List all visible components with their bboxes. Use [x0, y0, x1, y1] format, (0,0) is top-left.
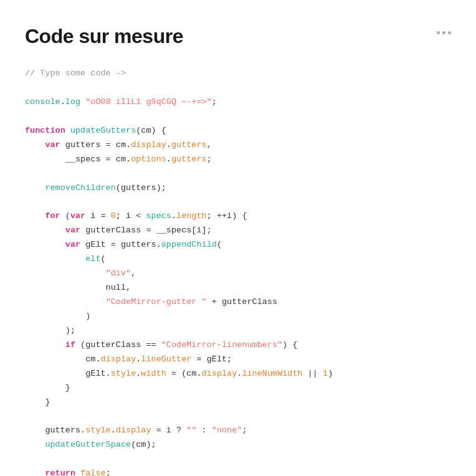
return-false-line: return false; [25, 467, 451, 476]
console-log-line: console.log "oO08 iIlL1 g9qCGQ ~-+=>"; [25, 95, 451, 110]
for-loop-line: for (var i = 0; i < specs.length; ++i) { [25, 209, 451, 224]
codemirror-string-line: "CodeMirror-gutter " + gutterClass [25, 295, 451, 310]
var-gelt-line: var gElt = gutters.appendChild( [25, 238, 451, 252]
div-string-line: "div", [25, 267, 451, 281]
null-line: null, [25, 281, 451, 295]
linegutter-line: cm.display.lineGutter = gElt; [25, 353, 451, 367]
blank-line-1 [25, 110, 451, 124]
dot-2 [442, 31, 445, 34]
blank-line-5 [25, 452, 451, 467]
func-def-line: function updateGutters(cm) { [25, 124, 451, 138]
dot-3 [448, 31, 451, 34]
var-gutterclass-line: var gutterClass = __specs[i]; [25, 224, 451, 238]
blank-line-0 [25, 81, 451, 95]
dot-1 [437, 31, 440, 34]
style-width-line: gElt.style.width = (cm.display.lineNumWi… [25, 367, 451, 381]
gutters-display-line: gutters.style.display = i ? "" : "none"; [25, 424, 451, 438]
header: Code sur mesure [25, 25, 451, 48]
close-semi-line: ); [25, 324, 451, 338]
if-stmt-line: if (gutterClass == "CodeMirror-linenumbe… [25, 338, 451, 353]
page-title: Code sur mesure [25, 25, 183, 48]
blank-line-4 [25, 410, 451, 424]
close-if-line: } [25, 381, 451, 396]
update-space-line: updateGutterSpace(cm); [25, 438, 451, 452]
elt-call-line: elt( [25, 252, 451, 267]
close-paren-line: ) [25, 310, 451, 324]
remove-children-line: removeChildren(gutters); [25, 181, 451, 196]
code-editor[interactable]: // Type some code -> console.log "oO08 i… [25, 67, 451, 476]
close-for-line: } [25, 396, 451, 410]
var-gutters-line: var gutters = cm.display.gutters, [25, 138, 451, 153]
var-specs-line: __specs = cm.options.gutters; [25, 153, 451, 167]
comment-line: // Type some code -> [25, 67, 451, 81]
blank-line-2 [25, 167, 451, 181]
blank-line-3 [25, 195, 451, 209]
menu-dots-button[interactable] [437, 25, 451, 34]
page-container: Code sur mesure // Type some code -> con… [0, 0, 476, 476]
